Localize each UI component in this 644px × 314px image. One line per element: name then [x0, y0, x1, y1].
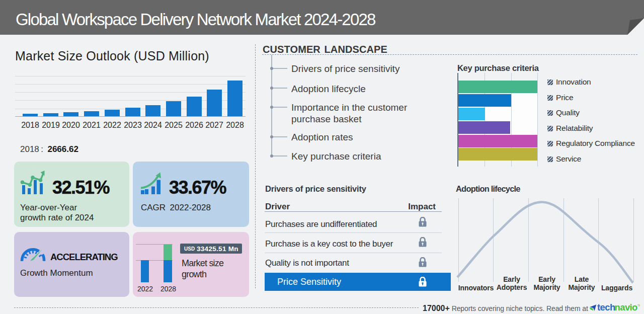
svg-text:tech: tech	[597, 303, 615, 312]
svg-text:navio: navio	[615, 303, 638, 312]
svg-text:TM: TM	[637, 304, 640, 307]
